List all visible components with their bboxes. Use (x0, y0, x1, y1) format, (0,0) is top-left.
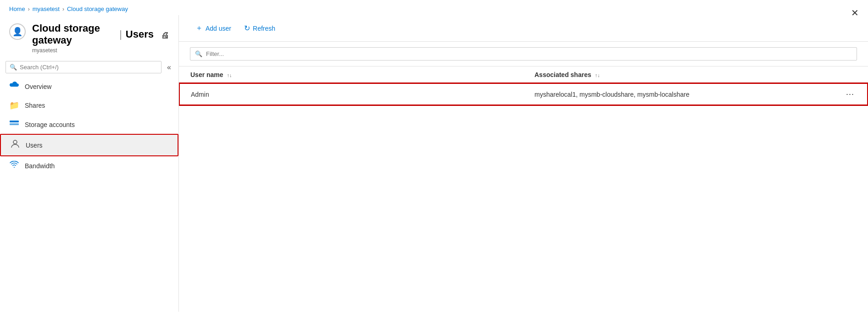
users-table: User name ↑↓ Associated shares ↑↓ Admin (179, 66, 868, 105)
svg-point-2 (13, 140, 17, 144)
page-header: 👤 Cloud storage gateway | Users 🖨 myaset… (0, 19, 178, 59)
col-header-associated-shares: Associated shares ↑↓ (523, 66, 868, 83)
sidebar-item-label-overview: Overview (25, 83, 51, 90)
breadcrumb-home[interactable]: Home (9, 6, 25, 12)
right-panel: ＋ Add user ↻ Refresh 🔍 (179, 15, 868, 312)
add-user-button[interactable]: ＋ Add user (190, 21, 237, 36)
svg-rect-1 (10, 123, 19, 125)
print-icon[interactable]: 🖨 (161, 31, 169, 40)
user-icon (10, 139, 20, 151)
title-divider: | (119, 28, 122, 40)
page-header-icon: 👤 (9, 23, 26, 40)
page-title-main: Cloud storage gateway (32, 22, 116, 46)
refresh-icon: ↻ (244, 24, 250, 33)
sidebar-item-storage-accounts[interactable]: Storage accounts (0, 115, 178, 134)
cell-username: Admin (179, 83, 523, 105)
sidebar-item-label-bandwidth: Bandwidth (25, 162, 55, 170)
table-row: Admin mysharelocal1, mysmb-cloudshare, m… (179, 83, 868, 105)
sidebar-item-label-storage: Storage accounts (25, 121, 75, 128)
breadcrumb: Home › myasetest › Cloud storage gateway (0, 0, 868, 15)
filter-box[interactable]: 🔍 (190, 47, 857, 61)
wifi-icon (9, 161, 19, 171)
search-icon: 🔍 (10, 64, 17, 71)
close-button[interactable]: ✕ (851, 7, 859, 18)
add-icon: ＋ (195, 23, 203, 33)
col-header-username: User name ↑↓ (179, 66, 523, 83)
search-box[interactable]: 🔍 (6, 61, 161, 73)
page-subtitle: myasetest (32, 47, 169, 54)
username-sort-icon[interactable]: ↑↓ (227, 72, 232, 78)
row-ellipsis-button[interactable]: ··· (844, 89, 856, 99)
sidebar-item-users[interactable]: Users (0, 134, 178, 156)
search-area: 🔍 « (0, 59, 178, 77)
shares-sort-icon[interactable]: ↑↓ (595, 72, 600, 78)
user-avatar-icon: 👤 (12, 27, 22, 37)
breadcrumb-sep-1: › (28, 6, 30, 12)
nav-items: Overview 📁 Shares Storage accounts (0, 77, 178, 312)
svg-rect-0 (10, 121, 19, 122)
sidebar-item-overview[interactable]: Overview (0, 77, 178, 96)
toolbar: ＋ Add user ↻ Refresh (179, 15, 868, 42)
sidebar-item-label-shares: Shares (25, 102, 45, 109)
folder-icon: 📁 (9, 100, 19, 110)
table-header-row: User name ↑↓ Associated shares ↑↓ (179, 66, 868, 83)
storage-icon (9, 120, 19, 129)
breadcrumb-cloud-storage-gateway[interactable]: Cloud storage gateway (67, 6, 128, 12)
page-title: Cloud storage gateway | Users 🖨 (32, 22, 169, 46)
filter-search-icon: 🔍 (195, 50, 202, 57)
add-user-label: Add user (206, 25, 231, 32)
breadcrumb-sep-2: › (62, 6, 64, 12)
collapse-button[interactable]: « (165, 61, 173, 73)
left-panel: 👤 Cloud storage gateway | Users 🖨 myaset… (0, 15, 179, 312)
breadcrumb-myasetest[interactable]: myasetest (33, 6, 60, 12)
refresh-button[interactable]: ↻ Refresh (239, 21, 281, 35)
sidebar-item-bandwidth[interactable]: Bandwidth (0, 156, 178, 175)
page-header-text: Cloud storage gateway | Users 🖨 myasetes… (32, 22, 169, 54)
page-title-section: Users (126, 28, 154, 40)
sidebar-item-label-users: Users (26, 142, 43, 149)
filter-area: 🔍 (179, 42, 868, 66)
cloud-icon (9, 82, 19, 91)
filter-input[interactable] (206, 50, 852, 57)
cell-associated-shares: mysharelocal1, mysmb-cloudshare, mysmb-l… (523, 84, 867, 105)
refresh-label: Refresh (253, 25, 275, 32)
associated-shares-value: mysharelocal1, mysmb-cloudshare, mysmb-l… (534, 91, 690, 98)
sidebar-item-shares[interactable]: 📁 Shares (0, 96, 178, 115)
search-input[interactable] (20, 64, 157, 71)
